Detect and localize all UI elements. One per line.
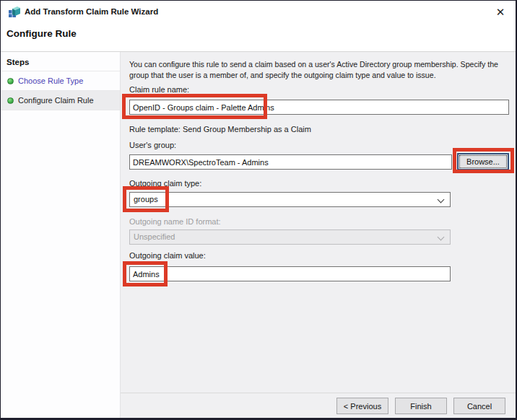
sidebar-divider — [1, 110, 120, 110]
browse-button[interactable]: Browse... — [457, 153, 509, 170]
step-label: Choose Rule Type — [18, 76, 83, 85]
rule-template-text: Rule template: Send Group Membership as … — [129, 125, 311, 134]
claim-rule-name-label: Claim rule name: — [129, 85, 189, 94]
cancel-button[interactable]: Cancel — [453, 398, 505, 414]
finish-button[interactable]: Finish — [395, 398, 447, 414]
window-title: Add Transform Claim Rule Wizard — [25, 7, 158, 16]
sidebar-item-choose-rule-type[interactable]: Choose Rule Type — [1, 71, 120, 90]
outgoing-name-id-format-label: Outgoing name ID format: — [129, 217, 221, 226]
sidebar-item-configure-claim-rule[interactable]: Configure Claim Rule — [1, 91, 120, 110]
previous-button[interactable]: < Previous — [336, 398, 388, 414]
rule-description-text: You can configure this rule to send a cl… — [129, 59, 515, 81]
outgoing-claim-type-combo[interactable]: groups — [129, 192, 451, 207]
steps-heading: Steps — [1, 52, 120, 71]
outgoing-claim-value-input[interactable] — [129, 266, 451, 281]
step-current-bullet-icon — [7, 97, 14, 104]
outgoing-name-id-format-value: Unspecified — [134, 232, 175, 241]
users-group-input[interactable] — [129, 154, 452, 170]
outgoing-claim-type-value: groups — [134, 195, 158, 204]
outgoing-claim-value-label: Outgoing claim value: — [129, 251, 206, 260]
close-icon[interactable]: ✕ — [492, 4, 508, 20]
claim-rule-name-input[interactable] — [129, 100, 509, 115]
page-title: Configure Rule — [6, 28, 77, 39]
step-complete-bullet-icon — [7, 78, 14, 84]
footer-separator — [121, 393, 516, 393]
step-label: Configure Claim Rule — [18, 96, 94, 105]
adfs-app-icon — [8, 6, 21, 19]
outgoing-claim-type-label: Outgoing claim type: — [129, 179, 201, 188]
chevron-down-icon — [438, 196, 445, 204]
add-transform-claim-rule-wizard-dialog: Add Transform Claim Rule Wizard ✕ Config… — [0, 0, 517, 420]
wizard-content-panel: You can configure this rule to send a cl… — [121, 52, 516, 418]
title-bar: Add Transform Claim Rule Wizard ✕ Config… — [1, 1, 516, 51]
steps-sidebar: Steps Choose Rule Type Configure Claim R… — [1, 52, 121, 418]
users-group-label: User's group: — [129, 141, 176, 149]
outgoing-name-id-format-combo: Unspecified — [129, 229, 451, 245]
chevron-down-icon — [438, 234, 445, 241]
